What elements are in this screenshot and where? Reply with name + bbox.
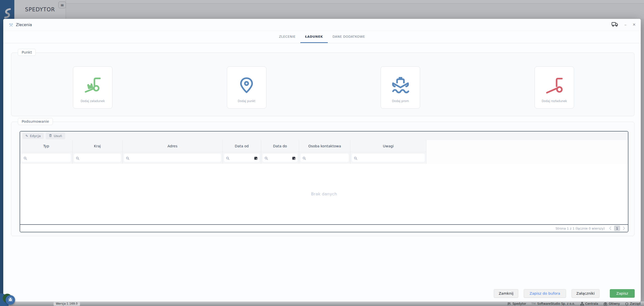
pencil-icon: ✎	[25, 134, 28, 138]
tab-zlecenie[interactable]: ZLECENIE	[274, 31, 300, 43]
column-header-uwagi[interactable]: Uwagi	[350, 140, 426, 152]
card-dodaj-prom[interactable]: Dodaj prom	[381, 66, 420, 109]
dialog-title: Zlecenia	[16, 23, 32, 27]
punkt-cards: Dodaj załadunek Dodaj punkt Dodaj prom D…	[11, 66, 634, 109]
version-label: Wersja:1.169.0	[54, 302, 80, 306]
filter-input-adres[interactable]	[124, 154, 221, 162]
close-dialog-button[interactable]: Zamknij	[494, 289, 518, 298]
status-item-centrala[interactable]: Centrala	[580, 302, 598, 305]
bug-report-button[interactable]	[6, 295, 15, 305]
zlecenia-dialog: ⚒ Zlecenia – ✕ ZLECENIEŁADUNEKDANE DODAT…	[3, 19, 641, 302]
column-header-data-do[interactable]: Data do	[261, 140, 299, 152]
status-item-label: Centrala	[585, 302, 598, 305]
column-header-kraj[interactable]: Kraj	[72, 140, 123, 152]
tab-ladunek[interactable]: ŁADUNEK	[300, 31, 328, 43]
column-header-osoba-kontaktowa[interactable]: Osoba kontaktowa	[299, 140, 350, 152]
status-bar: Wersja:1.169.0 SpedytorTMSoftwareStudio …	[0, 301, 644, 306]
grid-body: Brak danych	[20, 164, 628, 224]
circle-icon	[625, 302, 628, 305]
pagination-info: Strona 1 z 1 (łącznie 0 wierszy)	[555, 227, 605, 230]
minimize-icon[interactable]: –	[624, 23, 627, 27]
card-label: Dodaj załadunek	[80, 99, 105, 103]
attachments-button[interactable]: Załączniki	[572, 289, 599, 298]
dialog-actions: Zamknij Zapisz do bufora Załączniki Zapi…	[494, 289, 635, 298]
status-item-spedytor[interactable]: Spedytor	[507, 302, 526, 305]
summary-section: Podsumowanie ✎ Edycja Usuń	[11, 122, 634, 236]
tab-bar: ZLECENIEŁADUNEKDANE DODATKOWE	[3, 31, 641, 43]
grid-header-row: TypKrajAdresData odData doOsoba kontakto…	[20, 140, 628, 152]
empty-data-text: Brak danych	[311, 192, 337, 196]
filter-cell-uwagi	[350, 152, 426, 164]
grid-filler	[426, 152, 628, 164]
filter-cell-data-od	[223, 152, 261, 164]
close-icon[interactable]: ✕	[632, 23, 636, 27]
save-button[interactable]: Zapisz	[610, 289, 635, 298]
calendar-icon[interactable]	[292, 156, 296, 161]
sitemap-icon	[580, 302, 584, 305]
tools-icon: ⚒	[9, 22, 13, 28]
column-header-typ[interactable]: Typ	[20, 140, 72, 152]
filter-cell-data-do	[261, 152, 299, 164]
card-label: Dodaj rozładunek	[542, 99, 567, 103]
status-item-label: Spedytor	[512, 302, 526, 305]
tm-icon: TM	[532, 302, 536, 305]
status-item-zarzad[interactable]: Zarząd	[625, 302, 640, 305]
tab-dane-dodatkowe[interactable]: DANE DODATKOWE	[328, 31, 370, 43]
status-item-glowny[interactable]: Główny	[603, 302, 620, 305]
truck-icon[interactable]	[612, 22, 618, 28]
pagination-page-1[interactable]: 1	[614, 226, 620, 231]
save-to-buffer-button[interactable]: Zapisz do bufora	[524, 289, 566, 298]
users-icon	[507, 302, 511, 305]
loading-trolley-icon	[83, 72, 103, 98]
filter-cell-kraj	[72, 152, 123, 164]
unloading-trolley-icon	[544, 72, 564, 98]
trash-icon	[49, 134, 52, 138]
card-label: Dodaj prom	[392, 99, 409, 103]
punkt-legend: Punkt	[18, 49, 36, 56]
column-header-data-od[interactable]: Data od	[223, 140, 261, 152]
status-item-label: Zarząd	[630, 302, 640, 305]
filter-cell-osoba-kontaktowa	[299, 152, 350, 164]
chevron-right-icon[interactable]	[623, 226, 625, 230]
filter-cell-typ	[20, 152, 72, 164]
filter-input-uwagi[interactable]	[352, 154, 425, 162]
status-item-label: SoftwareStudio Sp. z o.o.	[537, 302, 575, 305]
ferry-icon	[390, 72, 411, 98]
column-header-adres[interactable]: Adres	[123, 140, 223, 152]
chevron-left-icon[interactable]	[609, 226, 612, 230]
status-item-softwarestudio-sp-z-o-o[interactable]: TMSoftwareStudio Sp. z o.o.	[532, 302, 575, 305]
calendar-icon[interactable]	[254, 156, 258, 161]
grid-footer: Strona 1 z 1 (łącznie 0 wierszy) 1	[20, 224, 628, 232]
status-item-label: Główny	[609, 302, 620, 305]
card-dodaj-rozladunek[interactable]: Dodaj rozładunek	[535, 66, 574, 109]
filter-cell-adres	[123, 152, 223, 164]
summary-grid: ✎ Edycja Usuń TypKrajAdresData odData do…	[20, 131, 628, 232]
card-dodaj-punkt[interactable]: Dodaj punkt	[227, 66, 266, 109]
card-label: Dodaj punkt	[238, 99, 255, 103]
filter-input-typ[interactable]	[22, 154, 71, 162]
punkt-section: Punkt Dodaj załadunek Dodaj punkt Dodaj …	[11, 53, 634, 116]
grid-filler	[426, 140, 628, 152]
card-dodaj-zaladunek[interactable]: Dodaj załadunek	[73, 66, 112, 109]
grid-toolbar: ✎ Edycja Usuń	[20, 132, 628, 140]
dialog-titlebar: ⚒ Zlecenia – ✕	[3, 19, 641, 31]
status-items: SpedytorTMSoftwareStudio Sp. z o.o. Cent…	[507, 302, 644, 305]
filter-input-osoba-kontaktowa[interactable]	[301, 154, 349, 162]
bug-icon	[8, 297, 13, 303]
edit-button[interactable]: ✎ Edycja	[22, 133, 44, 139]
delete-button[interactable]: Usuń	[46, 133, 65, 139]
summary-legend: Podsumowanie	[18, 118, 53, 125]
map-pin-icon	[237, 72, 256, 98]
grid-filter-row	[20, 152, 628, 164]
filter-input-kraj[interactable]	[74, 154, 121, 162]
building-icon	[603, 302, 607, 305]
